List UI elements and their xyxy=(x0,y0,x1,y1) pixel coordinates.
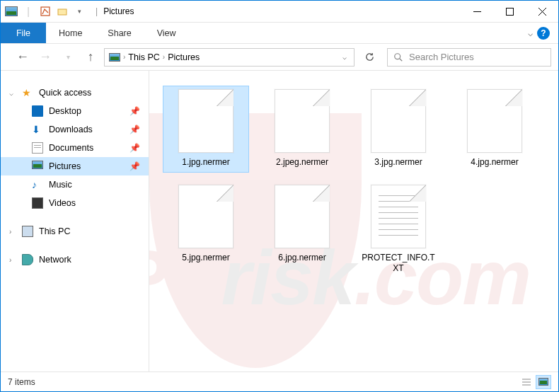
file-item[interactable]: 3.jpg.nermer xyxy=(356,86,441,172)
ribbon-tabs: File Home Share View ⌵ ? xyxy=(1,23,558,44)
sidebar-item-quick-access[interactable]: ⌵ ★ Quick access xyxy=(1,83,149,102)
sidebar-item-this-pc[interactable]: › This PC xyxy=(1,222,149,241)
details-view-button[interactable] xyxy=(519,375,534,389)
sidebar-item-label: Quick access xyxy=(39,88,91,98)
search-box[interactable] xyxy=(387,48,551,67)
sidebar-item-desktop[interactable]: Desktop 📌 xyxy=(1,102,149,120)
recent-locations-icon[interactable]: ▾ xyxy=(59,48,77,67)
svg-rect-0 xyxy=(41,7,50,16)
address-dropdown-icon[interactable]: ⌵ xyxy=(338,53,351,61)
sidebar-item-documents[interactable]: Documents 📌 xyxy=(1,139,149,157)
pin-icon: 📌 xyxy=(129,143,140,153)
file-thumbnail-icon xyxy=(371,89,426,153)
location-icon xyxy=(109,53,120,62)
file-name-label: 1.jpg.nermer xyxy=(182,157,229,168)
pictures-icon xyxy=(32,161,43,172)
breadcrumb-this-pc[interactable]: This PC xyxy=(128,52,159,62)
pc-icon xyxy=(22,226,33,237)
sidebar-item-label: Downloads xyxy=(49,125,93,134)
desktop-icon xyxy=(32,105,43,117)
sidebar-item-videos[interactable]: Videos xyxy=(1,194,149,212)
quick-access-toolbar: | ▾ xyxy=(1,4,90,19)
sidebar-item-pictures[interactable]: Pictures 📌 xyxy=(1,157,149,175)
body: ⌵ ★ Quick access Desktop 📌 ⬇ Downloads 📌… xyxy=(1,71,558,371)
tab-home[interactable]: Home xyxy=(46,23,95,43)
new-folder-icon[interactable] xyxy=(54,4,70,19)
sidebar-item-label: This PC xyxy=(39,226,70,236)
file-name-label: 3.jpg.nermer xyxy=(374,157,422,168)
svg-rect-1 xyxy=(58,9,67,15)
file-name-label: PROTECT_INFO.TXT xyxy=(359,253,437,274)
navigation-pane: ⌵ ★ Quick access Desktop 📌 ⬇ Downloads 📌… xyxy=(1,71,149,371)
forward-button[interactable]: → xyxy=(36,48,54,67)
sidebar-item-label: Music xyxy=(49,180,72,190)
ribbon-expand-icon[interactable]: ⌵ xyxy=(528,28,533,38)
chevron-right-icon[interactable]: › xyxy=(163,53,165,61)
files-grid: 1.jpg.nermer2.jpeg.nermer3.jpg.nermer4.j… xyxy=(163,86,551,278)
sidebar-item-music[interactable]: ♪ Music xyxy=(1,175,149,194)
file-thumbnail-icon xyxy=(275,185,330,248)
sidebar-item-downloads[interactable]: ⬇ Downloads 📌 xyxy=(1,120,149,139)
chevron-right-icon[interactable]: › xyxy=(123,53,125,61)
chevron-right-icon[interactable]: › xyxy=(9,256,11,264)
star-icon: ★ xyxy=(22,87,33,98)
maximize-button[interactable] xyxy=(493,1,526,22)
file-item[interactable]: 6.jpg.nermer xyxy=(260,182,345,278)
file-thumbnail-icon xyxy=(178,185,234,248)
file-item[interactable]: 1.jpg.nermer xyxy=(163,86,248,172)
chevron-down-icon[interactable]: ⌵ xyxy=(9,89,13,97)
pin-icon: 📌 xyxy=(129,161,140,171)
sidebar-item-label: Network xyxy=(39,255,71,265)
file-thumbnail-icon xyxy=(178,89,234,153)
address-bar[interactable]: › This PC › Pictures ⌵ xyxy=(104,48,355,67)
breadcrumb-pictures[interactable]: Pictures xyxy=(168,52,200,62)
back-button[interactable]: ← xyxy=(13,48,32,67)
svg-point-6 xyxy=(395,53,400,59)
search-input[interactable] xyxy=(409,52,545,62)
up-button[interactable]: ↑ xyxy=(81,48,100,67)
tab-view[interactable]: View xyxy=(144,23,189,43)
file-item[interactable]: PROTECT_INFO.TXT xyxy=(356,182,441,278)
chevron-right-icon[interactable]: › xyxy=(9,228,11,236)
file-thumbnail-icon xyxy=(275,89,330,153)
window-title: Pictures xyxy=(96,6,134,16)
properties-icon[interactable] xyxy=(38,4,53,19)
document-icon xyxy=(32,142,43,154)
qat-dropdown-icon[interactable]: ▾ xyxy=(71,4,87,19)
window-controls xyxy=(461,1,558,22)
view-mode-switcher xyxy=(519,375,551,389)
tab-share[interactable]: Share xyxy=(95,23,144,43)
file-item[interactable]: 4.jpg.nermer xyxy=(452,86,537,172)
sidebar-item-label: Videos xyxy=(49,198,76,208)
status-bar: 7 items xyxy=(1,371,558,391)
file-name-label: 5.jpg.nermer xyxy=(182,253,229,263)
sidebar-item-label: Documents xyxy=(49,143,93,153)
pin-icon: 📌 xyxy=(129,106,140,116)
music-icon: ♪ xyxy=(32,179,43,190)
file-item[interactable]: 5.jpg.nermer xyxy=(163,182,248,278)
file-name-label: 4.jpg.nermer xyxy=(471,157,518,168)
sidebar-item-label: Desktop xyxy=(49,106,81,116)
file-list-pane[interactable]: PCrisk.com 1.jpg.nermer2.jpeg.nermer3.jp… xyxy=(149,71,558,371)
video-icon xyxy=(32,197,43,209)
svg-rect-3 xyxy=(506,8,513,15)
download-icon: ⬇ xyxy=(32,124,43,135)
thumbnails-view-button[interactable] xyxy=(536,375,551,389)
item-count-label: 7 items xyxy=(8,377,35,387)
file-name-label: 6.jpg.nermer xyxy=(278,253,325,263)
app-icon xyxy=(4,4,19,19)
pin-icon: 📌 xyxy=(129,125,140,134)
file-thumbnail-icon xyxy=(467,89,522,153)
file-menu-button[interactable]: File xyxy=(1,23,46,43)
close-button[interactable] xyxy=(526,1,558,22)
svg-line-7 xyxy=(400,58,403,61)
refresh-button[interactable] xyxy=(359,48,380,67)
network-icon xyxy=(22,254,33,265)
file-item[interactable]: 2.jpeg.nermer xyxy=(260,86,345,172)
qat-separator: | xyxy=(21,4,36,19)
minimize-button[interactable] xyxy=(461,1,493,22)
title-bar: | ▾ Pictures xyxy=(1,1,558,23)
file-thumbnail-icon xyxy=(371,185,426,248)
help-icon[interactable]: ? xyxy=(537,27,550,40)
sidebar-item-network[interactable]: › Network xyxy=(1,250,149,269)
